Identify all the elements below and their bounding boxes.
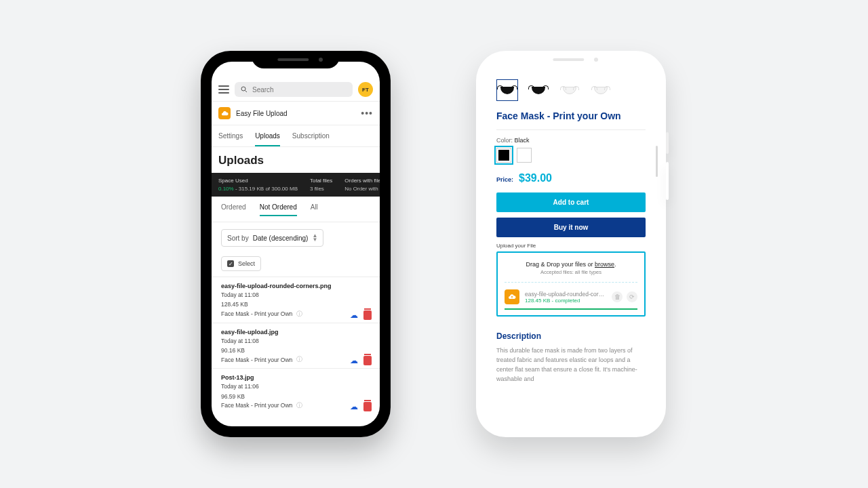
file-list: easy-file-upload-rounded-corners.png Tod… — [212, 277, 380, 426]
space-used-detail: 315.19 KB of 300.00 MB — [239, 186, 298, 192]
product-thumbnails — [496, 79, 646, 101]
uploaded-file-status: 128.45 KB - completed — [525, 298, 606, 304]
info-icon[interactable]: ⓘ — [296, 401, 302, 410]
space-used-percent: 0.10% — [218, 186, 234, 192]
file-name: easy-file-upload.jpg — [221, 329, 370, 336]
thumbnail-3[interactable] — [559, 79, 580, 101]
price-row: Price: $39.00 — [496, 172, 646, 184]
upload-label: Upload your File — [496, 243, 646, 249]
file-name: easy-file-upload-rounded-corners.png — [221, 283, 370, 289]
avatar[interactable]: FT — [358, 82, 373, 97]
tab-subscription[interactable]: Subscription — [292, 125, 330, 146]
tab-settings[interactable]: Settings — [218, 125, 243, 146]
stats-bar: Space Used 0.10% - 315.19 KB of 300.00 M… — [212, 173, 380, 197]
thumbnail-4[interactable] — [590, 79, 612, 101]
browse-link[interactable]: browse — [595, 261, 614, 268]
filter-ordered[interactable]: Ordered — [221, 203, 246, 216]
scroll-indicator — [656, 146, 658, 177]
swatch-white[interactable] — [517, 148, 532, 163]
buy-now-button[interactable]: Buy it now — [496, 218, 646, 237]
cloud-upload-icon — [505, 289, 519, 304]
product-page: Face Mask - Print your Own Color: Black … — [484, 59, 658, 429]
uploaded-file-name: easy-file-upload-rounded-cor… — [525, 291, 606, 298]
thumbnail-1[interactable] — [496, 79, 518, 101]
file-date: Today at 11:08 — [221, 291, 370, 299]
search-placeholder: Search — [252, 86, 274, 94]
file-size: 96.59 KB — [221, 392, 370, 401]
price-label: Price: — [496, 176, 513, 183]
download-icon[interactable]: ☁ — [350, 402, 358, 411]
svg-line-1 — [245, 91, 248, 93]
swatch-black[interactable] — [496, 148, 511, 163]
admin-app: Search FT Easy File Upload ••• Settings … — [212, 62, 380, 426]
product-title: Face Mask - Print your Own — [496, 110, 646, 121]
total-files-value: 3 files — [310, 186, 332, 192]
checkbox-icon: ✓ — [227, 260, 234, 267]
admin-phone: Search FT Easy File Upload ••• Settings … — [201, 51, 391, 437]
file-size: 90.16 KB — [221, 346, 370, 354]
description-body: This durable face mask is made from two … — [496, 346, 646, 384]
storefront-phone: Face Mask - Print your Own Color: Black … — [476, 51, 666, 437]
description-heading: Description — [496, 331, 646, 341]
file-product: Face Mask - Print your Own — [221, 310, 292, 317]
remove-file-icon[interactable]: 🗑 — [612, 291, 623, 302]
file-uploader[interactable]: Drag & Drop your files or browse. Accept… — [496, 251, 646, 317]
dropzone-text: Drag & Drop your files or browse. — [505, 260, 637, 268]
thumbnail-2[interactable] — [528, 79, 549, 101]
color-label-row: Color: Black — [496, 137, 646, 144]
menu-icon[interactable] — [218, 85, 229, 94]
sort-icon: ▲▼ — [312, 234, 317, 242]
file-date: Today at 11:08 — [221, 337, 370, 345]
accepted-types: Accepted files: all file types — [505, 269, 637, 275]
space-used-label: Space Used — [218, 178, 298, 184]
file-product: Face Mask - Print your Own — [221, 402, 292, 409]
select-button[interactable]: ✓ Select — [221, 256, 261, 271]
app-name: Easy File Upload — [236, 110, 355, 117]
search-input[interactable]: Search — [235, 82, 353, 97]
tab-uploads[interactable]: Uploads — [255, 125, 280, 146]
uploaded-file: easy-file-upload-rounded-cor… 128.45 KB … — [505, 289, 637, 310]
svg-point-0 — [241, 87, 245, 91]
download-icon[interactable]: ☁ — [350, 356, 358, 365]
file-product: Face Mask - Print your Own — [221, 357, 292, 363]
divider — [496, 129, 646, 130]
add-to-cart-button[interactable]: Add to cart — [496, 192, 646, 212]
search-icon — [240, 85, 248, 94]
file-row[interactable]: easy-file-upload.jpg Today at 11:08 90.1… — [212, 323, 380, 369]
file-size: 128.45 KB — [221, 300, 370, 308]
download-icon[interactable]: ☁ — [350, 310, 358, 320]
filter-all[interactable]: All — [311, 203, 318, 216]
delete-icon[interactable] — [363, 310, 372, 320]
delete-icon[interactable] — [363, 356, 372, 365]
sort-dropdown[interactable]: Sort by Date (descending) ▲▼ — [221, 229, 323, 247]
orders-with-files-value: No Order with files yet — [344, 186, 380, 192]
page-title: Uploads — [212, 147, 380, 173]
primary-tabs: Settings Uploads Subscription — [212, 125, 380, 147]
app-icon — [218, 107, 231, 119]
app-title-bar: Easy File Upload ••• — [212, 101, 380, 125]
file-date: Today at 11:06 — [221, 382, 370, 390]
more-icon[interactable]: ••• — [361, 108, 373, 118]
price-value: $39.00 — [519, 172, 552, 184]
color-swatches — [496, 148, 646, 163]
info-icon[interactable]: ⓘ — [296, 355, 302, 364]
orders-with-files-label: Orders with files — [344, 178, 380, 184]
file-row[interactable]: Post-13.jpg Today at 11:06 96.59 KB Face… — [212, 368, 380, 414]
info-icon[interactable]: ⓘ — [296, 310, 302, 319]
file-row[interactable]: easy-file-upload-rounded-corners.png Tod… — [212, 277, 380, 323]
reupload-file-icon[interactable]: ⟳ — [627, 291, 637, 302]
file-name: Post-13.jpg — [221, 374, 370, 381]
filter-tabs: Ordered Not Ordered All — [212, 197, 380, 222]
delete-icon[interactable] — [363, 402, 372, 411]
total-files-label: Total files — [310, 178, 332, 184]
filter-not-ordered[interactable]: Not Ordered — [260, 203, 297, 216]
color-value: Black — [515, 137, 530, 144]
